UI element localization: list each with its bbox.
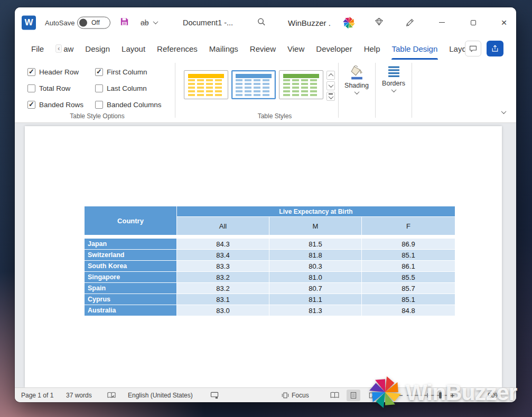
table-cell-country[interactable]: Cyprus	[85, 294, 176, 305]
table-cell-value[interactable]: 83.4	[177, 250, 269, 260]
zoom-in-button[interactable]	[450, 388, 455, 402]
autosave-label: AutoSave	[45, 18, 74, 26]
tab-file[interactable]: File	[25, 37, 50, 60]
draw-pen-icon[interactable]	[405, 17, 414, 29]
zoom-slider[interactable]	[407, 388, 447, 402]
tab-mailings[interactable]: Mailings	[203, 37, 244, 60]
checkbox-banded-rows[interactable]: Banded Rows	[27, 101, 95, 109]
tab-help[interactable]: Help	[358, 37, 386, 60]
table-header: Country Live Expectancy at Birth All M F	[85, 206, 455, 235]
macro-record-icon	[210, 392, 219, 399]
read-mode-button[interactable]	[328, 390, 341, 401]
borders-button[interactable]: Borders	[379, 65, 408, 92]
tab-view[interactable]: View	[282, 37, 310, 60]
web-layout-button[interactable]	[366, 390, 379, 401]
table-cell-value[interactable]: 84.8	[362, 305, 455, 316]
tab-developer[interactable]: Developer	[310, 37, 358, 60]
table-cell-value[interactable]: 81.1	[269, 294, 361, 305]
language-indicator[interactable]: English (United States)	[128, 388, 193, 402]
zoom-level[interactable]: 90%	[488, 388, 500, 402]
checkbox-last-column[interactable]: Last Column	[95, 84, 162, 92]
table-cell-value[interactable]: 80.7	[269, 283, 361, 293]
table-cell-value[interactable]: 80.3	[269, 261, 361, 271]
borders-lines-icon	[387, 65, 400, 78]
collapse-ribbon-button[interactable]	[500, 105, 508, 118]
table-cell-value[interactable]: 83.2	[177, 283, 269, 293]
tab-draw-partial[interactable]: aw	[50, 37, 79, 60]
maximize-button[interactable]	[465, 14, 482, 31]
tab-layout[interactable]: Layout	[116, 37, 151, 60]
search-icon[interactable]	[257, 17, 266, 28]
table-cell-value[interactable]: 83.3	[177, 261, 269, 271]
gallery-scroll-up-button[interactable]	[326, 71, 335, 80]
tab-design[interactable]: Design	[79, 37, 116, 60]
document-page[interactable]: Country Live Expectancy at Birth All M F…	[25, 126, 502, 387]
table-style-thumbnail-orange[interactable]	[184, 70, 228, 99]
checkbox-first-column[interactable]: First Column	[95, 68, 162, 76]
table-style-thumbnail-blue-selected[interactable]	[231, 70, 276, 99]
checkbox-banded-columns[interactable]: Banded Columns	[95, 101, 162, 109]
table-cell-country[interactable]: Spain	[85, 283, 176, 293]
macro-record-button[interactable]	[210, 388, 219, 402]
table-column-header[interactable]: All	[177, 217, 269, 235]
table-cell-value[interactable]: 81.0	[269, 272, 361, 282]
table-style-options-group: Header Row First Column Total Row Last C…	[27, 64, 162, 113]
comments-button[interactable]	[465, 41, 481, 56]
table-cell-value[interactable]: 83.1	[177, 294, 269, 305]
table-cell-value[interactable]: 86.9	[362, 239, 455, 249]
table-cell-value[interactable]: 85.7	[362, 283, 455, 293]
proofing-button[interactable]	[107, 388, 116, 402]
zoom-out-button[interactable]	[398, 388, 403, 402]
group-divider	[375, 63, 376, 118]
share-button[interactable]	[487, 41, 503, 56]
shading-button[interactable]: Shading	[342, 65, 371, 94]
chevron-down-icon	[501, 109, 507, 114]
table-cell-value[interactable]: 81.3	[269, 305, 361, 316]
comment-bubble-icon	[469, 44, 478, 53]
table-spacer-row	[85, 235, 455, 239]
focus-button[interactable]: Focus	[282, 388, 309, 402]
table-title-cell[interactable]: Live Expectancy at Birth	[177, 206, 455, 216]
table-row-header-cell[interactable]: Country	[85, 206, 176, 235]
brand-text: WinBuzzer .	[288, 18, 331, 27]
table-cell-value[interactable]: 85.1	[362, 250, 455, 260]
table-cell-country[interactable]: Australia	[85, 305, 176, 316]
checkbox-total-row[interactable]: Total Row	[27, 84, 95, 92]
tab-table-design[interactable]: Table Design	[386, 37, 444, 60]
table-style-thumbnail-green[interactable]	[279, 70, 323, 99]
table-column-header[interactable]: M	[269, 217, 361, 235]
word-app-icon[interactable]	[22, 15, 36, 30]
table-cell-value[interactable]: 84.3	[177, 239, 269, 249]
table-cell-country[interactable]: Japan	[85, 239, 176, 249]
gallery-scroll-down-button[interactable]	[326, 81, 335, 90]
strikethrough-tool[interactable]: ab	[141, 18, 157, 27]
autosave-toggle[interactable]: Off	[77, 16, 110, 29]
read-mode-icon	[330, 392, 339, 399]
tab-references[interactable]: References	[151, 37, 203, 60]
table-column-header[interactable]: F	[362, 217, 455, 235]
table-cell-value[interactable]: 81.5	[269, 239, 361, 249]
table-cell-value[interactable]: 85.5	[362, 272, 455, 282]
save-icon[interactable]	[119, 16, 129, 29]
checkbox-header-row[interactable]: Header Row	[27, 68, 95, 76]
group-divider	[338, 63, 339, 118]
table-cell-value[interactable]: 83.2	[177, 272, 269, 282]
gallery-more-button[interactable]	[326, 92, 335, 101]
table-cell-country[interactable]: Singapore	[85, 272, 176, 282]
minimize-button[interactable]	[433, 14, 450, 31]
page-indicator[interactable]: Page 1 of 1	[21, 388, 53, 402]
table-cell-value[interactable]: 85.1	[362, 294, 455, 305]
zoom-slider-thumb[interactable]	[439, 392, 442, 399]
table-cell-country[interactable]: Switzerland	[85, 250, 176, 260]
word-count[interactable]: 37 words	[66, 388, 92, 402]
print-layout-button[interactable]	[347, 390, 360, 401]
tab-review[interactable]: Review	[244, 37, 282, 60]
table-cell-value[interactable]: 83.0	[177, 305, 269, 316]
table-cell-value[interactable]: 86.1	[362, 261, 455, 271]
close-button[interactable]	[496, 14, 512, 31]
table-cell-value[interactable]: 81.8	[269, 250, 361, 260]
diamond-icon[interactable]	[374, 16, 384, 29]
gallery-scroll-controls	[326, 71, 335, 101]
zoom-track	[407, 395, 447, 396]
table-cell-country[interactable]: South Korea	[85, 261, 176, 271]
